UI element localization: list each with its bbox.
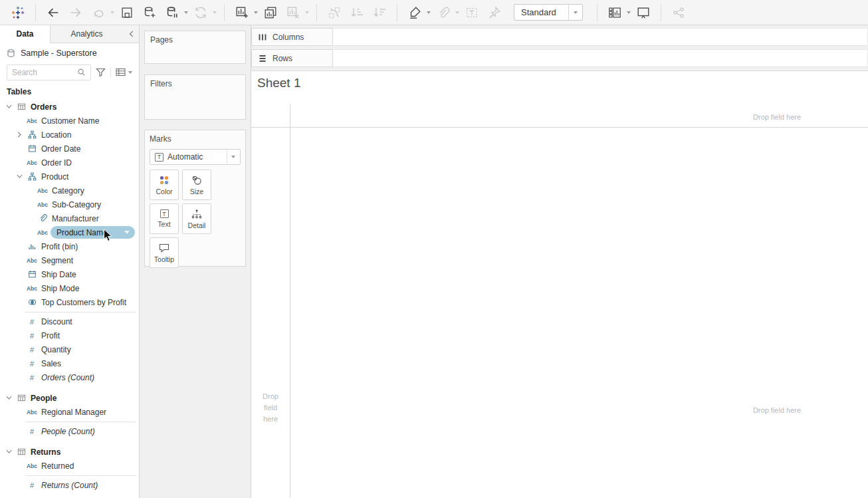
abc-field-icon: Abc xyxy=(35,229,51,236)
marks-card: Marks T Automatic ColorSizeTTextDetailTo… xyxy=(144,130,246,267)
fields-divider xyxy=(0,419,139,424)
toolbar-new-data-source-button[interactable] xyxy=(141,3,158,22)
sort-ascending-icon xyxy=(350,5,364,20)
mark-tooltip-button[interactable]: Tooltip xyxy=(150,237,179,268)
field-location[interactable]: Location xyxy=(0,128,139,142)
view-options-caret-icon xyxy=(128,71,132,74)
mark-type-dropdown[interactable]: T Automatic xyxy=(150,149,241,165)
toolbar-save-button[interactable] xyxy=(118,3,136,22)
field-returns-count[interactable]: #Returns (Count) xyxy=(0,478,139,492)
view-options-icon[interactable] xyxy=(114,66,135,78)
field-order-id[interactable]: AbcOrder ID xyxy=(0,156,139,170)
new-worksheet-dropdown-caret[interactable] xyxy=(254,11,258,14)
pages-card[interactable]: Pages xyxy=(144,31,246,64)
clear-sheet-dropdown-caret[interactable] xyxy=(305,11,309,14)
mark-size-button[interactable]: Size xyxy=(182,170,211,200)
field-quantity[interactable]: #Quantity xyxy=(0,342,139,356)
expander-chevron-down-icon[interactable] xyxy=(4,449,13,454)
field-manufacturer[interactable]: Manufacturer xyxy=(0,211,139,225)
show-hide-cards-icon xyxy=(607,5,622,20)
columns-shelf[interactable] xyxy=(333,28,868,46)
mark-color-button[interactable]: Color xyxy=(150,170,179,200)
toolbar-forward-button xyxy=(67,3,84,22)
rows-icon xyxy=(258,54,267,63)
table-field-icon xyxy=(13,102,29,111)
filters-card[interactable]: Filters xyxy=(144,74,246,120)
field-profit-bin[interactable]: Profit (bin) xyxy=(0,239,139,253)
replay-dropdown-caret[interactable] xyxy=(110,11,114,14)
field-top-customers-by-profit[interactable]: Top Customers by Profit xyxy=(0,295,139,309)
show-hide-cards-dropdown-caret[interactable] xyxy=(627,11,631,14)
mark-button-label: Color xyxy=(156,187,172,195)
fit-selector-caret[interactable] xyxy=(568,5,582,20)
mark-detail-button[interactable]: Detail xyxy=(182,203,211,234)
field-ship-date[interactable]: Ship Date xyxy=(0,267,139,281)
tab-analytics[interactable]: Analytics xyxy=(51,25,123,43)
detail-icon xyxy=(191,209,203,219)
field-segment[interactable]: AbcSegment xyxy=(0,253,139,267)
toolbar-highlight-button[interactable] xyxy=(406,3,423,22)
drop-zone-rows-text: field xyxy=(251,402,290,414)
fields-tree: OrdersAbcCustomer NameLocationOrder Date… xyxy=(0,98,139,498)
filter-fields-icon[interactable] xyxy=(94,66,107,78)
sheet-canvas[interactable]: Sheet 1 Drop field here Drop field here … xyxy=(251,70,868,498)
run-update-dropdown-caret[interactable] xyxy=(213,11,217,14)
workspace: Data Analytics Sample - Superstore xyxy=(0,25,868,498)
datasource-item[interactable]: Sample - Superstore xyxy=(0,43,139,62)
expander-chevron-down-icon[interactable] xyxy=(15,174,24,179)
table-orders[interactable]: Orders xyxy=(0,100,139,114)
field-discount[interactable]: #Discount xyxy=(0,314,139,328)
mark-text-button[interactable]: TText xyxy=(150,203,179,234)
expander-chevron-right-icon[interactable] xyxy=(15,132,24,138)
field-sales[interactable]: #Sales xyxy=(0,356,139,370)
expander-chevron-down-icon[interactable] xyxy=(4,104,13,109)
highlight-dropdown-caret[interactable] xyxy=(427,11,431,14)
pill-dropdown-caret-icon[interactable] xyxy=(124,231,130,234)
field-people-count[interactable]: #People (Count) xyxy=(0,424,139,438)
columns-icon xyxy=(258,33,267,42)
toolbar-presentation-mode-button[interactable] xyxy=(635,3,652,22)
drop-zone-main[interactable]: Drop field here xyxy=(724,406,830,414)
expander-chevron-down-icon[interactable] xyxy=(4,396,13,400)
fit-selector[interactable]: Standard xyxy=(514,4,583,21)
toolbar-new-worksheet-button[interactable] xyxy=(233,3,251,22)
field-ship-mode[interactable]: AbcShip Mode xyxy=(0,281,139,295)
rows-shelf-label: Rows xyxy=(251,49,333,67)
group-members-dropdown-caret[interactable] xyxy=(455,11,459,14)
field-order-date[interactable]: Order Date xyxy=(0,142,139,156)
toolbar-back-button[interactable] xyxy=(45,3,62,22)
toolbar-tableau-logo-button[interactable] xyxy=(9,3,27,22)
set-field-icon xyxy=(24,298,40,307)
group-members-icon xyxy=(436,5,451,20)
field-product[interactable]: Product xyxy=(0,170,139,184)
table-people[interactable]: People xyxy=(0,391,139,405)
toolbar-show-hide-cards-button[interactable] xyxy=(606,3,623,22)
field-sub-category[interactable]: AbcSub-Category xyxy=(0,197,139,211)
field-product-name[interactable]: AbcProduct Name xyxy=(0,225,139,239)
run-update-icon xyxy=(193,5,208,20)
selected-field-pill[interactable]: Product Name xyxy=(51,226,135,239)
collapse-pane-button[interactable] xyxy=(123,25,139,43)
columns-shelf-row: Columns xyxy=(251,28,868,46)
field-customer-name[interactable]: AbcCustomer Name xyxy=(0,114,139,128)
field-profit[interactable]: #Profit xyxy=(0,328,139,342)
pause-auto-updates-dropdown-caret[interactable] xyxy=(184,11,188,14)
toolbar-pause-auto-updates-button[interactable] xyxy=(163,3,181,22)
field-label: Location xyxy=(40,130,71,140)
field-orders-count[interactable]: #Orders (Count) xyxy=(0,370,139,384)
field-category[interactable]: AbcCategory xyxy=(0,184,139,197)
mark-type-caret[interactable] xyxy=(227,150,240,164)
drop-zone-rows[interactable]: Dropfieldhere xyxy=(251,391,290,425)
tab-data[interactable]: Data xyxy=(0,25,51,43)
search-input[interactable] xyxy=(12,68,76,77)
pane-tabs: Data Analytics xyxy=(0,25,139,43)
drop-zone-columns[interactable]: Drop field here xyxy=(724,113,830,121)
field-returned[interactable]: AbcReturned xyxy=(0,459,139,473)
num-field-icon: # xyxy=(24,318,40,326)
rows-label: Rows xyxy=(272,54,292,63)
rows-shelf[interactable] xyxy=(333,49,868,67)
table-returns[interactable]: Returns xyxy=(0,445,139,459)
toolbar-replay-button xyxy=(90,3,107,22)
toolbar-duplicate-button[interactable] xyxy=(262,3,279,22)
field-regional-manager[interactable]: AbcRegional Manager xyxy=(0,405,139,419)
